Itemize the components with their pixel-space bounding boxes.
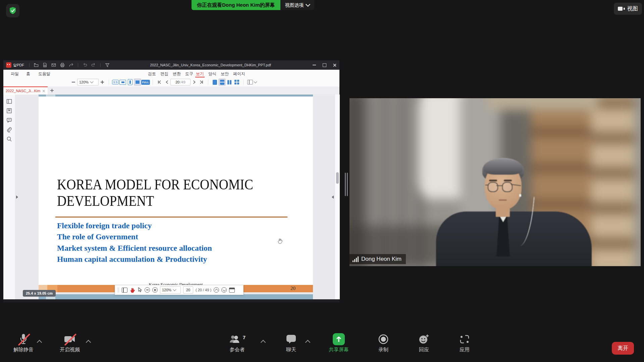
pdf-titlebar[interactable]: 알PDF 2022_NASC_Jilin_Univ_Korea_Economic… bbox=[3, 60, 339, 70]
sidebar-collapse-arrow[interactable] bbox=[16, 195, 18, 199]
view-options-button[interactable]: 视图选项 bbox=[280, 0, 314, 10]
select-tool-icon[interactable] bbox=[138, 287, 142, 293]
previous-page-circle-button[interactable] bbox=[214, 287, 219, 293]
bullet-line: The role of Government bbox=[57, 231, 212, 242]
close-button[interactable] bbox=[329, 60, 339, 70]
menu-convert[interactable]: 변환 bbox=[173, 70, 181, 78]
audio-options-chevron[interactable] bbox=[38, 341, 42, 345]
menu-edit[interactable]: 편집 bbox=[160, 70, 168, 78]
floating-zoom-select[interactable]: 120% bbox=[160, 286, 181, 294]
thumbnails-panel-icon[interactable] bbox=[6, 99, 12, 104]
share-screen-icon bbox=[333, 333, 345, 345]
view-layout-icon bbox=[618, 7, 623, 11]
bullet-line: Market system & Efficient resource alloc… bbox=[57, 243, 212, 254]
menu-home[interactable]: 홈 bbox=[26, 70, 30, 78]
document-tab[interactable]: 2022_NASC_Ji...Kim_PPT.pdf bbox=[3, 86, 48, 95]
security-shield-button[interactable] bbox=[6, 4, 19, 17]
redo-icon[interactable] bbox=[91, 63, 96, 67]
document-scrollbar[interactable] bbox=[335, 95, 340, 299]
start-video-button[interactable]: 开启视频 bbox=[50, 333, 90, 353]
slide-divider-rule bbox=[55, 217, 287, 218]
maximize-button[interactable] bbox=[319, 60, 329, 70]
zoom-level-select[interactable]: 120% bbox=[77, 79, 99, 85]
participants-options-chevron[interactable] bbox=[261, 341, 265, 345]
chat-options-chevron[interactable] bbox=[306, 341, 310, 345]
pdf-viewer-window: 알PDF 2022_NASC_Jilin_Univ_Korea_Economic… bbox=[3, 60, 339, 302]
pdf-document-area: KOREA MODEL FOR ECONOMIC DEVELOPMENT Fle… bbox=[3, 95, 339, 299]
hand-tool-icon[interactable] bbox=[130, 287, 135, 293]
print-icon[interactable] bbox=[60, 63, 65, 67]
menu-security[interactable]: 보안 bbox=[221, 70, 229, 78]
menu-forms[interactable]: 양식 bbox=[208, 70, 216, 78]
menu-file[interactable]: 파일 bbox=[11, 70, 19, 78]
email-icon[interactable] bbox=[51, 63, 56, 67]
page-layout-dropdown[interactable] bbox=[246, 78, 258, 86]
menu-review[interactable]: 검토 bbox=[148, 70, 156, 78]
page-indicator: ( 20 / 49 ) bbox=[196, 288, 211, 292]
fit-height-button[interactable] bbox=[126, 78, 134, 86]
facing-pages-view-button[interactable] bbox=[226, 78, 233, 86]
hand-cursor-icon bbox=[277, 238, 283, 244]
zoom-in-circle-button[interactable] bbox=[152, 287, 158, 293]
toolbar-drag-grip[interactable] bbox=[118, 287, 118, 293]
attachments-panel-icon[interactable] bbox=[6, 127, 12, 132]
participant-video-feed[interactable]: Dong Heon Kim bbox=[350, 98, 641, 266]
panel-toggle-icon[interactable] bbox=[122, 288, 127, 293]
participants-count-badge: 7 bbox=[243, 335, 246, 340]
minimize-button[interactable] bbox=[309, 60, 319, 70]
menu-tools[interactable]: 도구 bbox=[185, 70, 193, 78]
floating-page-input[interactable]: 20 bbox=[183, 286, 193, 294]
page-number-input[interactable]: 20 /49 bbox=[170, 79, 191, 85]
meeting-control-bar: 解除静音 开启视频 7 bbox=[0, 333, 644, 362]
prev-page-button[interactable] bbox=[163, 78, 170, 86]
participant-name: Dong Heon Kim bbox=[361, 256, 401, 262]
leave-meeting-button[interactable]: 离开 bbox=[612, 342, 634, 355]
slide-title: KOREA MODEL FOR ECONOMIC DEVELOPMENT bbox=[57, 176, 253, 209]
single-page-view-button[interactable] bbox=[211, 78, 218, 86]
new-tab-button[interactable] bbox=[48, 86, 56, 95]
fit-page-button[interactable] bbox=[134, 78, 141, 86]
open-folder-icon[interactable] bbox=[34, 63, 39, 67]
chevron-down-icon bbox=[254, 80, 257, 83]
fullscreen-button[interactable]: FULL bbox=[141, 78, 150, 86]
filter-icon[interactable] bbox=[105, 63, 110, 67]
next-page-circle-button[interactable] bbox=[221, 287, 227, 293]
menu-view-active[interactable]: 보기 bbox=[196, 70, 204, 78]
participants-icon bbox=[229, 335, 241, 344]
close-tab-icon[interactable] bbox=[42, 89, 45, 93]
grid-view-button[interactable] bbox=[233, 78, 240, 86]
video-options-chevron[interactable] bbox=[87, 341, 91, 345]
window-title: 2022_NASC_Jilin_Univ_Korea_Economic_Deve… bbox=[112, 63, 309, 67]
last-page-button[interactable] bbox=[198, 78, 205, 86]
scrollbar-thumb[interactable] bbox=[336, 172, 339, 184]
video-panel-resize-handle[interactable] bbox=[345, 173, 348, 196]
page-size-tooltip: 25.4 x 19.05 cm bbox=[23, 290, 56, 297]
zoom-out-button[interactable] bbox=[70, 78, 77, 86]
bookmarks-panel-icon[interactable] bbox=[6, 108, 12, 114]
first-page-button[interactable] bbox=[156, 78, 163, 86]
view-button[interactable]: 视图 bbox=[614, 3, 642, 15]
comments-panel-icon[interactable] bbox=[6, 117, 12, 123]
fit-width-button[interactable] bbox=[119, 78, 126, 86]
share-icon[interactable] bbox=[69, 63, 73, 67]
share-screen-button[interactable]: 共享屏幕 bbox=[319, 333, 359, 353]
zoom-in-button[interactable] bbox=[99, 78, 106, 86]
panel-collapse-arrow[interactable] bbox=[332, 195, 334, 199]
pdf-menubar: 파일 홈 도움말 검토 편집 변환 도구 보기 양식 보안 페이지 bbox=[3, 70, 339, 78]
pdf-sidebar bbox=[3, 95, 15, 299]
record-button[interactable]: 录制 bbox=[363, 333, 404, 353]
search-panel-icon[interactable] bbox=[6, 136, 12, 142]
zoom-out-circle-button[interactable] bbox=[145, 287, 150, 293]
save-document-icon[interactable] bbox=[43, 63, 47, 67]
menu-help[interactable]: 도움말 bbox=[38, 70, 50, 78]
continuous-view-button[interactable] bbox=[218, 78, 226, 86]
participants-button[interactable]: 7 参会者 bbox=[217, 333, 257, 353]
apps-button[interactable]: 应用 bbox=[444, 333, 485, 353]
undo-icon[interactable] bbox=[83, 63, 87, 67]
next-page-button[interactable] bbox=[191, 78, 198, 86]
reactions-button[interactable]: 回应 bbox=[404, 333, 444, 353]
menu-page[interactable]: 페이지 bbox=[233, 70, 245, 78]
reading-mode-icon[interactable] bbox=[229, 288, 235, 293]
app-name: 알PDF bbox=[13, 63, 24, 68]
actual-size-button[interactable]: 1:1 bbox=[112, 78, 119, 86]
